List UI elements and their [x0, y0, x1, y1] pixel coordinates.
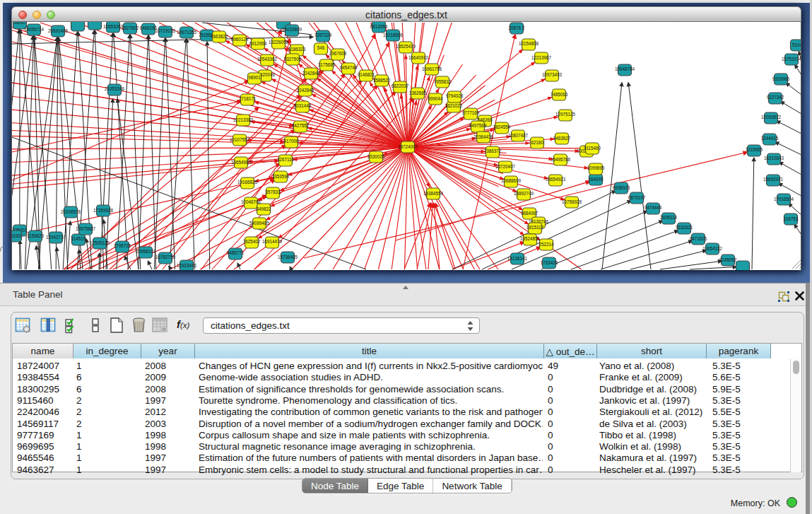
- svg-text:1244415: 1244415: [761, 136, 779, 141]
- svg-text:114519: 114519: [71, 236, 86, 241]
- svg-text:1527602: 1527602: [122, 25, 139, 30]
- svg-text:16961758: 16961758: [422, 66, 442, 71]
- svg-text:5104: 5104: [792, 42, 801, 47]
- svg-text:9245052: 9245052: [719, 257, 737, 262]
- svg-text:9329966: 9329966: [772, 76, 790, 81]
- svg-text:20364436: 20364436: [473, 134, 494, 139]
- svg-text:21053346: 21053346: [105, 86, 125, 91]
- svg-text:1588520: 1588520: [373, 78, 391, 83]
- svg-text:3175685: 3175685: [318, 62, 336, 67]
- svg-text:546: 546: [317, 45, 325, 50]
- svg-text:9327509: 9327509: [284, 57, 302, 62]
- svg-text:8938923: 8938923: [613, 185, 630, 190]
- svg-text:7485063: 7485063: [551, 92, 568, 97]
- svg-text:10756928: 10756928: [562, 199, 582, 204]
- svg-text:8912954: 8912954: [249, 41, 267, 46]
- svg-text:10671355: 10671355: [177, 30, 197, 35]
- svg-text:9242848: 9242848: [297, 88, 314, 93]
- svg-text:10107557: 10107557: [230, 137, 250, 142]
- svg-text:19218506: 19218506: [383, 33, 404, 37]
- svg-text:9794028: 9794028: [446, 93, 464, 98]
- svg-text:62160: 62160: [531, 140, 543, 145]
- svg-text:12213383: 12213383: [233, 117, 254, 122]
- svg-text:20206578: 20206578: [61, 209, 81, 214]
- svg-text:8454749: 8454749: [340, 65, 358, 70]
- svg-text:9115460: 9115460: [584, 146, 601, 151]
- svg-text:19654983: 19654983: [231, 160, 252, 165]
- svg-text:12923446: 12923446: [177, 263, 197, 268]
- svg-text:12505125: 12505125: [90, 240, 110, 245]
- svg-text:10688609: 10688609: [501, 178, 522, 183]
- svg-text:16210643: 16210643: [764, 156, 784, 160]
- svg-text:13524851: 13524851: [520, 236, 541, 241]
- svg-text:14136141: 14136141: [507, 256, 528, 261]
- svg-text:2935114: 2935114: [660, 215, 678, 220]
- svg-text:15751074: 15751074: [782, 57, 801, 62]
- svg-text:1733426: 1733426: [541, 260, 558, 265]
- svg-text:18724007: 18724007: [398, 144, 418, 149]
- svg-text:13525419: 13525419: [396, 44, 416, 49]
- svg-text:1621022: 1621022: [445, 103, 463, 108]
- svg-text:16782759: 16782759: [155, 255, 176, 259]
- svg-text:39183: 39183: [12, 233, 21, 238]
- svg-text:8186323: 8186323: [288, 47, 306, 52]
- svg-text:7386372: 7386372: [484, 148, 502, 153]
- svg-text:1156829: 1156829: [27, 233, 45, 238]
- svg-text:8471626: 8471626: [690, 236, 707, 241]
- svg-text:10719155: 10719155: [155, 28, 176, 33]
- svg-text:1099695: 1099695: [587, 165, 605, 170]
- svg-text:10973493: 10973493: [542, 72, 563, 77]
- svg-text:9777169: 9777169: [462, 110, 480, 115]
- svg-text:417006: 417006: [283, 139, 299, 144]
- svg-text:16033809: 16033809: [282, 27, 302, 32]
- svg-text:9463627: 9463627: [553, 136, 571, 141]
- svg-text:19166825: 19166825: [237, 180, 258, 185]
- svg-text:1795725: 1795725: [114, 243, 131, 248]
- svg-text:10648784: 10648784: [615, 66, 635, 71]
- svg-text:9227342: 9227342: [767, 95, 784, 100]
- svg-text:16037: 16037: [13, 22, 26, 25]
- svg-text:17016504: 17016504: [774, 197, 794, 201]
- svg-text:18892749: 18892749: [514, 191, 534, 196]
- svg-text:15692971: 15692971: [763, 177, 784, 182]
- svg-text:7955812: 7955812: [434, 79, 452, 84]
- svg-text:252214: 252214: [539, 242, 554, 247]
- svg-text:349822: 349822: [256, 206, 271, 211]
- svg-text:10958107: 10958107: [136, 249, 156, 254]
- svg-text:3267110: 3267110: [277, 157, 295, 162]
- svg-text:7632621: 7632621: [676, 225, 693, 230]
- svg-text:9485771: 9485771: [227, 250, 245, 255]
- svg-text:10543362: 10543362: [257, 57, 278, 62]
- svg-text:19384554: 19384554: [423, 191, 444, 196]
- svg-text:13226058: 13226058: [269, 40, 289, 45]
- svg-text:16914479: 16914479: [262, 239, 283, 244]
- svg-text:10654112: 10654112: [702, 246, 722, 251]
- svg-text:116753: 116753: [784, 216, 799, 221]
- svg-text:3824554: 3824554: [493, 124, 511, 129]
- svg-text:9427552: 9427552: [292, 123, 310, 128]
- svg-text:13654923: 13654923: [546, 177, 566, 182]
- svg-text:10807487: 10807487: [508, 133, 529, 138]
- svg-text:7663822: 7663822: [211, 34, 228, 39]
- svg-text:164095: 164095: [588, 177, 604, 182]
- svg-text:15495788: 15495788: [551, 157, 571, 162]
- svg-text:10154808: 10154808: [519, 41, 539, 46]
- svg-text:1353594: 1353594: [272, 174, 290, 179]
- svg-text:6822037: 6822037: [392, 83, 409, 88]
- svg-text:12213967: 12213967: [531, 55, 552, 60]
- svg-text:10653267: 10653267: [103, 24, 124, 29]
- svg-text:3215955: 3215955: [746, 147, 763, 152]
- svg-text:54099485: 54099485: [249, 221, 270, 226]
- svg-text:15736485: 15736485: [278, 255, 298, 259]
- svg-text:8031443: 8031443: [294, 103, 312, 108]
- svg-text:2718171: 2718171: [239, 96, 257, 101]
- svg-text:6879197: 6879197: [628, 195, 646, 200]
- svg-text:6497569: 6497569: [469, 123, 487, 128]
- svg-text:2967608: 2967608: [329, 51, 347, 56]
- svg-text:2242848: 2242848: [302, 71, 320, 76]
- svg-text:7357224: 7357224: [314, 33, 332, 37]
- svg-text:9684067: 9684067: [521, 211, 539, 216]
- svg-text:7625402: 7625402: [243, 239, 261, 244]
- svg-text:98901: 98901: [248, 75, 261, 80]
- svg-text:20691406: 20691406: [48, 28, 69, 33]
